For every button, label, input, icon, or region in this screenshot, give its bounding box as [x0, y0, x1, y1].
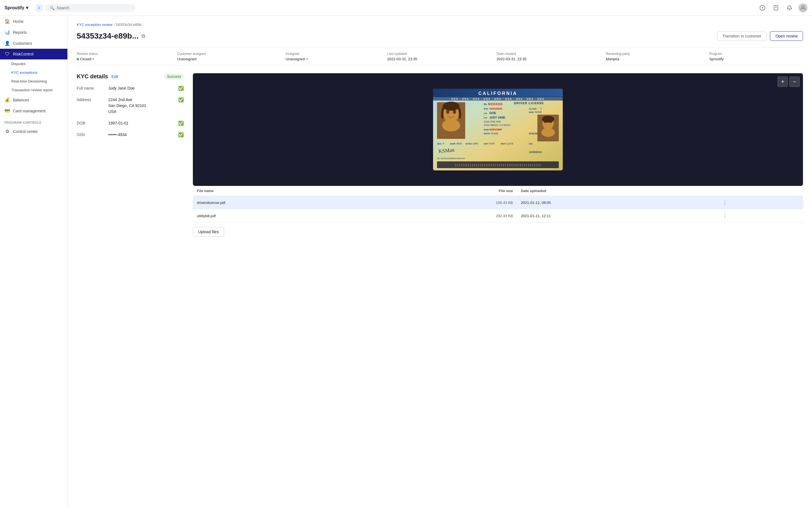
kyc-check-full-name: ✅ [178, 86, 184, 91]
sidebar-item-home[interactable]: 🏠 Home [0, 16, 67, 27]
svg-text:SAN DIEGO, CA 92101: SAN DIEGO, CA 92101 [484, 124, 511, 126]
file-table-row[interactable]: driverslicense.pdf 100.43 KB 2021-01-12,… [193, 196, 803, 209]
open-review-button[interactable]: Open review [770, 31, 803, 41]
help-icon[interactable]: ? [758, 3, 767, 12]
col-filename: File name [193, 186, 385, 196]
zoom-in-button[interactable]: + [777, 76, 788, 87]
meta-customer-assignee-value: Unassigned [177, 57, 279, 61]
sidebar-item-riskcontrol[interactable]: 🛡 RiskControl [0, 49, 67, 59]
user-avatar[interactable] [799, 3, 808, 12]
sidebar-item-reports-label: Reports [13, 30, 27, 35]
meta-program: Program Sproutify [709, 52, 803, 61]
kyc-value-dob: 1997-01-01 ✅ [108, 120, 184, 126]
kyc-label-ssn: SSN [77, 132, 105, 137]
kyc-label-full-name: Full name [77, 86, 105, 91]
topbar-actions: ? [758, 3, 808, 12]
svg-text:10/25/2015: 10/25/2015 [529, 151, 542, 154]
balances-icon: 💰 [4, 97, 10, 103]
sidebar-item-home-label: Home [13, 19, 23, 24]
page-title: 54353z34-e89b... [77, 32, 139, 41]
home-icon: 🏠 [4, 18, 10, 24]
search-placeholder: Search [57, 6, 69, 10]
meta-date-created-label: Date created [497, 52, 599, 56]
search-bar[interactable]: 🔍 Search [45, 4, 135, 12]
meta-reviewing-party: Reviewing party Marqeta [606, 52, 709, 61]
sidebar-item-balances[interactable]: 💰 Balances [0, 94, 67, 105]
svg-text:DD 10/25/2015506/41/AAFD/15: DD 10/25/2015506/41/AAFD/15 [437, 158, 465, 159]
brand-caret: ▾ [26, 5, 28, 10]
sidebar-sub-riskcontrol: Disputes KYC exceptions Real-time Decisi… [0, 59, 67, 94]
notifications-icon[interactable] [785, 3, 794, 12]
customers-icon: 👤 [4, 41, 10, 46]
file-table-row[interactable]: utilitybill.pdf 292.43 KB 2021-01-11, 12… [193, 209, 803, 223]
app-brand[interactable]: Sproutify ▾ [4, 5, 28, 10]
book-icon[interactable] [771, 3, 780, 12]
breadcrumb-parent[interactable]: KYC exception review [77, 22, 112, 27]
sidebar-item-transaction-review[interactable]: Transaction review report [0, 86, 67, 94]
upload-files-button[interactable]: Upload files [193, 227, 224, 237]
kyc-edit-link[interactable]: Edit [111, 74, 118, 79]
meta-reviewing-party-value: Marqeta [606, 57, 703, 61]
header-actions: Transition to customer Open review [717, 31, 803, 41]
page-title-row: 54353z34-e89b... ⧉ [77, 32, 145, 41]
kyc-value-full-name: Judy Jane Doe ✅ [108, 86, 184, 91]
meta-review-status-label: Review status [77, 52, 170, 56]
svg-text:EXP: EXP [484, 108, 489, 110]
content-area: KYC details Edit Success Full name Judy … [77, 73, 803, 241]
sidebar-item-disputes[interactable]: Disputes [0, 59, 67, 68]
document-preview: + − [193, 73, 803, 186]
copy-icon[interactable]: ⧉ [142, 33, 145, 39]
svg-text:SEX: SEX [437, 143, 442, 145]
control-center-icon: ⚙ [4, 129, 10, 134]
svg-text:END: END [529, 111, 534, 114]
kyc-field-address: Address 2244 2nd AveSan Diego, CA 92101U… [77, 97, 184, 115]
page-header: 54353z34-e89b... ⧉ Transition to custome… [77, 31, 803, 41]
info-icon[interactable]: i [35, 4, 43, 12]
zoom-out-button[interactable]: − [790, 76, 800, 87]
transition-to-customer-button[interactable]: Transition to customer [717, 31, 767, 41]
sidebar-item-real-time-decisioning[interactable]: Real-time Decisioning [0, 77, 67, 86]
sidebar-item-card-management[interactable]: 💳 Card management [0, 105, 67, 116]
svg-point-16 [442, 119, 460, 131]
meta-assignee: Assignee Unassigned ▾ [286, 52, 388, 61]
program-controls-label: PROGRAM CONTROLS [0, 116, 67, 126]
svg-text:01/01/2020: 01/01/2020 [490, 107, 502, 110]
sidebar-item-control-center-label: Control center [13, 129, 38, 134]
svg-text:G1111111: G1111111 [488, 102, 502, 106]
sidebar-item-customers[interactable]: 👤 Customers [0, 38, 67, 49]
status-caret-icon[interactable]: ▾ [93, 57, 94, 61]
kyc-title: KYC details [77, 73, 108, 80]
sidebar-item-kyc-exceptions[interactable]: KYC exceptions [0, 68, 67, 77]
svg-text:WGT: WGT [501, 143, 506, 145]
svg-text:5'03": 5'03" [490, 142, 495, 145]
sidebar-item-control-center[interactable]: ⚙ Control center [0, 126, 67, 137]
svg-text:USA · USA · USA · USA · USA · : USA · USA · USA · USA · USA · USA · USA … [451, 98, 545, 100]
svg-point-5 [802, 6, 804, 8]
col-actions [717, 186, 803, 196]
meta-reviewing-party-label: Reviewing party [606, 52, 703, 56]
file-size-cell: 100.43 KB [385, 196, 517, 209]
meta-customer-assignee: Customer assignee Unassigned [177, 52, 286, 61]
kyc-section: KYC details Edit Success Full name Judy … [77, 73, 184, 241]
col-uploaded: Date uploaded [517, 186, 717, 196]
app-name: Sproutify [4, 5, 24, 10]
svg-text:LN: LN [484, 112, 487, 115]
meta-program-label: Program [709, 52, 796, 56]
kyc-check-address: ✅ [178, 97, 184, 103]
kyc-field-full-name: Full name Judy Jane Doe ✅ [77, 86, 184, 91]
main-inner: KYC exception review / 54353z34-e89b... … [68, 16, 812, 248]
kyc-check-ssn: ✅ [178, 132, 184, 137]
file-menu-button[interactable]: ⋮ [721, 212, 729, 219]
sidebar-item-reports[interactable]: 📊 Reports [0, 27, 67, 38]
driver-license-image: CALIFORNIA USA · USA · USA · USA · USA ·… [433, 89, 563, 170]
kyc-header: KYC details Edit Success [77, 73, 184, 80]
main-layout: 🏠 Home 📊 Reports 👤 Customers 🛡 RiskContr… [0, 16, 812, 507]
kyc-field-dob: DOB 1997-01-01 ✅ [77, 120, 184, 126]
svg-text:CALIFORNIA: CALIFORNIA [478, 91, 518, 96]
meta-last-updated-label: Last updated [388, 52, 490, 56]
meta-assignee-label: Assignee [286, 52, 380, 56]
reports-icon: 📊 [4, 30, 10, 35]
sidebar-item-customers-label: Customers [13, 41, 32, 46]
assignee-caret-icon[interactable]: ▾ [306, 57, 308, 61]
file-menu-button[interactable]: ⋮ [721, 199, 729, 206]
